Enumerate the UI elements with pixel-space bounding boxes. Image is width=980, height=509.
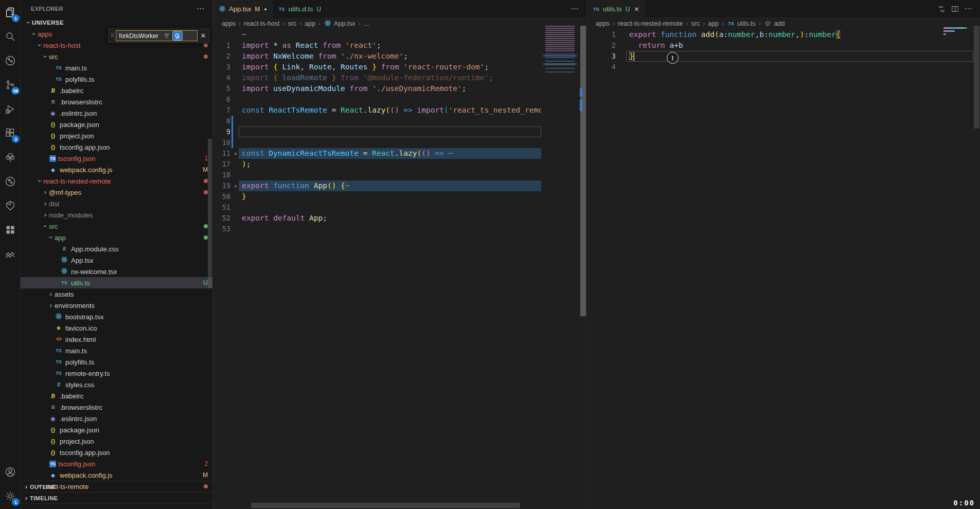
tree-file-favicon-ico[interactable]: ★favicon.ico <box>21 322 212 334</box>
code-editor-right[interactable]: 1export function add(a:number,b:number,)… <box>587 29 973 502</box>
code-line-3[interactable]: 3} <box>587 51 973 62</box>
activity-search-search-icon[interactable] <box>0 24 21 48</box>
tree-file-project-json[interactable]: {}project.json <box>21 435 212 447</box>
sidebar-scrollbar[interactable] <box>208 139 212 288</box>
tree-file-polyfills-ts[interactable]: TSpolyfills.ts <box>21 74 212 85</box>
more-actions-icon[interactable]: ⋯ <box>961 2 975 15</box>
vertical-scrollbar-right[interactable] <box>973 25 980 509</box>
breadcrumb-item[interactable]: add <box>764 20 785 28</box>
tree-file-tsconfig-app-json[interactable]: {}tsconfig.app.json <box>21 447 212 458</box>
tree-folder-universe[interactable]: ›UNIVERSE <box>21 17 212 28</box>
horizontal-scrollbar-left[interactable] <box>251 503 520 508</box>
tree-file-webpack-config-js[interactable]: ◈webpack.config.jsM <box>21 469 212 481</box>
code-line-4[interactable]: 4 <box>587 62 973 72</box>
tree-file-tsconfig-json[interactable]: TStsconfig.json2 <box>21 458 212 469</box>
tree-file--browserslistrc[interactable]: ≡.browserslistrc <box>21 96 212 107</box>
tree-file-package-json[interactable]: {}package.json <box>21 424 212 435</box>
fold-chevron-icon[interactable]: › <box>234 180 238 191</box>
tree-file-app-tsx[interactable]: App.tsx <box>21 254 212 266</box>
minimap-left[interactable] <box>541 26 580 242</box>
code-line-53[interactable]: 53 <box>213 224 541 234</box>
activity-waves-ext-waves-icon[interactable] <box>0 242 21 266</box>
close-icon[interactable]: ✕ <box>634 6 639 13</box>
code-editor-left[interactable]: ⋯1import * as React from 'react';2import… <box>213 29 541 502</box>
tree-search-input[interactable] <box>116 32 162 40</box>
code-line-6[interactable]: 6 <box>213 94 541 105</box>
code-line-2[interactable]: 2 return a+b <box>587 40 973 51</box>
tree-folder--mf-types[interactable]: ›@mf-types <box>21 187 212 198</box>
tree-file-styles-css[interactable]: #styles.css <box>21 379 212 390</box>
code-line-52[interactable]: 52export default App; <box>213 213 541 224</box>
activity-source-control-source-control-icon[interactable]: 38 <box>0 72 21 97</box>
tree-file-polyfills-ts[interactable]: TSpolyfills.ts <box>21 356 212 368</box>
explorer-more-actions-icon[interactable]: ⋯ <box>197 4 212 13</box>
tree-folder-src[interactable]: ›src <box>21 221 212 232</box>
tree-file--babelrc[interactable]: B.babelrc <box>21 390 212 402</box>
tree-file-tsconfig-app-json[interactable]: {}tsconfig.app.json <box>21 141 212 153</box>
code-line-8[interactable]: 8 <box>213 116 541 126</box>
tree-file-bootstrap-tsx[interactable]: bootstrap.tsx <box>21 311 212 322</box>
code-line-19[interactable]: 19›export function App() {⋯ <box>213 180 541 191</box>
vertical-scrollbar-left[interactable] <box>580 25 586 509</box>
breadcrumb-item[interactable]: App.tsx <box>324 20 355 28</box>
breadcrumb-item[interactable]: src <box>288 20 297 27</box>
find-widget-grip-icon[interactable]: ⠿ <box>109 33 116 39</box>
tree-file-package-json[interactable]: {}package.json <box>21 119 212 130</box>
tree-file--browserslistrc[interactable]: ≡.browserslistrc <box>21 402 212 413</box>
tree-folder-environments[interactable]: ›environments <box>21 300 212 311</box>
tree-file-webpack-config-js[interactable]: ◈webpack.config.jsM <box>21 164 212 175</box>
breadcrumb-item[interactable]: TSutils.ts <box>727 20 755 28</box>
tree-file-tsconfig-json[interactable]: TStsconfig.json1 <box>21 153 212 164</box>
tree-file-index-html[interactable]: <>index.html <box>21 334 212 345</box>
tree-file-main-ts[interactable]: TSmain.ts <box>21 345 212 356</box>
tree-folder-src[interactable]: ›src <box>21 51 212 62</box>
breadcrumb-item[interactable]: src <box>691 20 700 27</box>
code-line-2[interactable]: 2import NxWelcome from './nx-welcome'; <box>213 51 541 62</box>
fold-chevron-icon[interactable]: › <box>234 148 238 159</box>
more-actions-icon[interactable]: ⋯ <box>568 2 581 15</box>
breadcrumb-item[interactable]: app <box>708 20 719 27</box>
tree-file-nx-welcome-tsx[interactable]: nx-welcome.tsx <box>21 266 212 277</box>
tab-app-tsx[interactable]: App.tsxM● <box>213 0 273 18</box>
breadcrumb-item[interactable]: ... <box>364 20 369 27</box>
tree-file--eslintrc-json[interactable]: ◉.eslintrc.json <box>21 107 212 119</box>
code-line-1[interactable]: 1export function add(a:number,b:number,)… <box>587 29 973 40</box>
activity-run-debug-debug-icon[interactable] <box>0 97 21 121</box>
activity-settings-gear-icon[interactable]: 1 <box>0 484 21 508</box>
tree-file-remote-entry-ts[interactable]: TSremote-entry.ts <box>21 368 212 379</box>
sync-icon[interactable] <box>935 2 948 15</box>
breadcrumb-item[interactable]: apps <box>596 20 610 27</box>
code-line-10[interactable]: 10 <box>213 137 541 148</box>
activity-tree-ext-tree-icon[interactable] <box>0 145 21 169</box>
find-close-icon[interactable]: ✕ <box>198 32 209 40</box>
activity-account-account-icon[interactable] <box>0 460 21 484</box>
code-line-51[interactable]: 51 <box>213 202 541 213</box>
breadcrumb-item[interactable]: app <box>305 20 315 27</box>
tab-utils-ts[interactable]: TSutils.tsU✕ <box>587 0 645 18</box>
tree-file-main-ts[interactable]: TSmain.ts <box>21 62 212 74</box>
code-line-17[interactable]: 17); <box>213 159 541 170</box>
tab-utils-d-ts[interactable]: TSutils.d.tsU <box>273 0 327 18</box>
tree-file-utils-ts[interactable]: TSutils.tsU <box>21 277 212 288</box>
activity-grid-ext-grid-icon[interactable] <box>0 217 21 242</box>
tree-folder-dist[interactable]: ›dist <box>21 198 212 209</box>
fuzzy-search-button[interactable] <box>172 31 183 41</box>
activity-graph-at-circle-graph-at-icon[interactable] <box>0 48 21 72</box>
split-editor-icon[interactable] <box>948 2 961 15</box>
code-line-50[interactable]: 50} <box>213 191 541 202</box>
code-line-9[interactable]: 9 <box>213 126 541 137</box>
tree-file-app-module-css[interactable]: #App.module.css <box>21 243 212 254</box>
tree-folder-node-modules[interactable]: ›node_modules <box>21 209 212 221</box>
activity-extensions-extensions-icon[interactable]: 3 <box>0 121 21 145</box>
code-line[interactable]: ⋯ <box>213 29 541 40</box>
timeline-panel-header[interactable]: › TIMELINE <box>21 492 212 503</box>
tree-file--babelrc[interactable]: B.babelrc <box>21 85 212 96</box>
tree-file--eslintrc-json[interactable]: ◉.eslintrc.json <box>21 413 212 424</box>
activity-hexagon-ext-hexagon-icon[interactable] <box>0 193 21 217</box>
breadcrumb-item[interactable]: apps <box>222 20 236 27</box>
code-line-7[interactable]: 7const ReactTsRemote = React.lazy(() => … <box>213 105 541 116</box>
breadcrumb-item[interactable]: react-ts-host <box>244 20 279 27</box>
minimap-right[interactable] <box>941 26 973 57</box>
code-line-11[interactable]: 11›const DynamicReactTsRemote = React.la… <box>213 148 541 159</box>
tree-folder-app[interactable]: ›app <box>21 232 212 243</box>
